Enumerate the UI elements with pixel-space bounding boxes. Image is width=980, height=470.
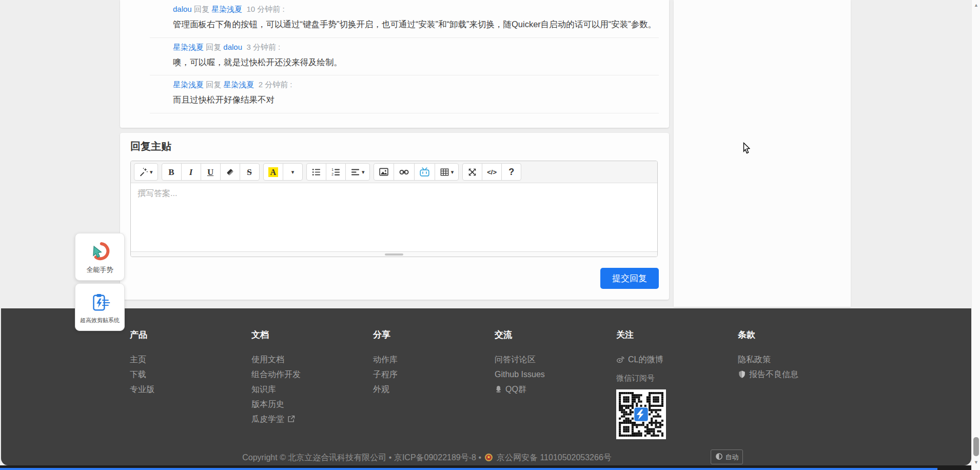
wechat-qr-code bbox=[616, 389, 666, 439]
submit-reply-button[interactable]: 提交回复 bbox=[600, 268, 659, 289]
theme-toggle-label: 自动 bbox=[726, 453, 739, 462]
code-view-button[interactable]: </> bbox=[482, 163, 502, 181]
footer-link[interactable]: 主页 bbox=[130, 352, 146, 367]
quicker-action-card[interactable]: 超高效剪贴系统 bbox=[75, 283, 125, 331]
comments-card: dalou 回复 星染浅夏 10 分钟前 :管理面板右下角的按钮，可以通过“键盘… bbox=[120, 0, 669, 128]
scrollbar-thumb[interactable] bbox=[973, 437, 979, 456]
psb-link[interactable]: 京公网安备 11010502053266号 bbox=[497, 453, 612, 462]
comment-meta: 星染浅夏 回复 dalou 3 分钟前 : bbox=[173, 42, 659, 53]
footer-link[interactable]: 组合动作开发 bbox=[251, 367, 301, 382]
reply-word: 回复 bbox=[206, 43, 221, 51]
page: dalou 回复 星染浅夏 10 分钟前 :管理面板右下角的按钮，可以通过“键盘… bbox=[0, 0, 980, 470]
footer-column: 分享动作库子程序外观 bbox=[373, 329, 495, 439]
font-color-button[interactable]: A bbox=[263, 163, 284, 181]
unordered-list-button[interactable] bbox=[306, 163, 326, 181]
reply-word: 回复 bbox=[194, 5, 209, 13]
separator: • bbox=[389, 453, 392, 462]
editor-placeholder: 撰写答案... bbox=[138, 189, 177, 198]
comment-author-link[interactable]: 星染浅夏 bbox=[173, 80, 204, 89]
copyright-company: Copyright © 北京立迩合讯科技有限公司 bbox=[242, 453, 386, 462]
footer-link[interactable]: 知识库 bbox=[251, 382, 276, 397]
insert-image-button[interactable] bbox=[374, 163, 394, 181]
comment-target-link[interactable]: 星染浅夏 bbox=[223, 80, 254, 89]
footer-link[interactable]: 版本历史 bbox=[251, 397, 284, 412]
footer-column-title: 产品 bbox=[130, 329, 251, 341]
footer-link[interactable]: 下载 bbox=[130, 367, 146, 382]
svg-text:2: 2 bbox=[331, 172, 334, 175]
editor-content-area[interactable]: 撰写答案... bbox=[131, 183, 657, 251]
italic-icon: I bbox=[189, 168, 193, 177]
footer-column-title: 关注 bbox=[616, 329, 738, 341]
footer-link[interactable]: QQ群 bbox=[495, 382, 526, 397]
police-emblem-icon bbox=[484, 455, 493, 463]
help-icon: ? bbox=[508, 167, 514, 178]
footer-link[interactable]: 隐私政策 bbox=[738, 352, 771, 367]
underline-button[interactable]: U bbox=[201, 163, 221, 181]
comment-target-link[interactable]: 星染浅夏 bbox=[211, 5, 242, 13]
toolbar-button-group: </>? bbox=[462, 163, 521, 181]
align-button[interactable]: ▾ bbox=[345, 163, 370, 181]
footer-link[interactable]: 子程序 bbox=[373, 367, 398, 382]
comment-author-link[interactable]: dalou bbox=[173, 5, 192, 13]
reply-word: 回复 bbox=[206, 80, 221, 89]
ordered-list-button[interactable]: 12 bbox=[326, 163, 346, 181]
comment-item: 星染浅夏 回复 dalou 3 分钟前 :噢，可以喔，就是过快松开还没来得及绘制… bbox=[150, 38, 659, 76]
comment-body: 噢，可以喔，就是过快松开还没来得及绘制。 bbox=[173, 55, 659, 70]
rich-text-editor: ▾BIUSA▾12▾▾</>? 撰写答案... bbox=[130, 161, 658, 257]
footer-link[interactable]: CL的微博 bbox=[616, 352, 663, 367]
caret-down-icon: ▾ bbox=[291, 169, 295, 175]
comment-meta: 星染浅夏 回复 星染浅夏 2 分钟前 : bbox=[173, 79, 659, 90]
quicker-action-card[interactable]: 全能手势 bbox=[75, 233, 125, 281]
insert-link-button[interactable] bbox=[394, 163, 415, 181]
comment-body: 管理面板右下角的按钮，可以通过“键盘手势”切换开启，也可通过“安装”和“卸载”来… bbox=[173, 17, 659, 32]
bold-button[interactable]: B bbox=[162, 163, 182, 181]
icp-link[interactable]: 京ICP备09022189号-8 bbox=[394, 453, 476, 462]
caret-down-icon: ▾ bbox=[451, 169, 454, 175]
remove-format-button[interactable] bbox=[220, 163, 240, 181]
comment-meta: dalou 回复 星染浅夏 10 分钟前 : bbox=[173, 4, 659, 15]
underline-icon: U bbox=[207, 168, 213, 177]
ul-icon bbox=[311, 167, 321, 177]
comment-author-link[interactable]: 星染浅夏 bbox=[173, 43, 204, 51]
footer-column: 交流问答讨论区Github IssuesQQ群 bbox=[495, 329, 616, 439]
widget-label: 超高效剪贴系统 bbox=[80, 317, 120, 323]
comment-item: 星染浅夏 回复 星染浅夏 2 分钟前 :而且过快松开好像结果不对 bbox=[150, 75, 659, 113]
comment-time: 2 分钟前 : bbox=[254, 80, 292, 89]
footer-link[interactable]: 瓜皮学堂 bbox=[251, 412, 295, 426]
eraser-icon bbox=[225, 167, 234, 177]
half-moon-icon bbox=[715, 453, 723, 462]
fullscreen-button[interactable] bbox=[462, 163, 482, 181]
style-magic-button[interactable]: ▾ bbox=[134, 163, 158, 181]
toolbar-button-group: ▾ bbox=[374, 163, 459, 181]
help-button[interactable]: ? bbox=[501, 163, 521, 181]
insert-video-button[interactable] bbox=[414, 163, 435, 181]
scrollbar-up-arrow-icon[interactable]: ▲ bbox=[972, 2, 980, 9]
footer-link[interactable]: 外观 bbox=[373, 382, 389, 397]
footer-columns: 产品主页下载专业版文档使用文档组合动作开发知识库版本历史瓜皮学堂分享动作库子程序… bbox=[130, 329, 859, 439]
scrollbar-down-arrow-icon[interactable]: ▼ bbox=[972, 459, 980, 466]
strikethrough-icon: S bbox=[247, 168, 251, 177]
footer-link[interactable]: 专业版 bbox=[130, 382, 154, 397]
reply-title: 回复主贴 bbox=[130, 140, 659, 153]
comment-time: 3 分钟前 : bbox=[242, 43, 280, 51]
comment-target-link[interactable]: dalou bbox=[223, 43, 242, 51]
site-footer: 产品主页下载专业版文档使用文档组合动作开发知识库版本历史瓜皮学堂分享动作库子程序… bbox=[1, 308, 971, 465]
footer-link[interactable]: 动作库 bbox=[373, 352, 398, 367]
strikethrough-button[interactable]: S bbox=[240, 163, 260, 181]
footer-link[interactable]: 使用文档 bbox=[251, 352, 284, 367]
magic-icon bbox=[139, 167, 148, 177]
footer-link[interactable]: 问答讨论区 bbox=[495, 352, 536, 367]
editor-resize-handle[interactable] bbox=[131, 251, 657, 257]
toolbar-button-group: 12▾ bbox=[306, 163, 370, 181]
theme-toggle-button[interactable]: 自动 bbox=[711, 449, 743, 464]
footer-link[interactable]: 报告不良信息 bbox=[738, 367, 798, 382]
comment-time: 10 分钟前 : bbox=[242, 5, 285, 13]
font-color-icon: A bbox=[268, 167, 279, 177]
insert-table-button[interactable]: ▾ bbox=[435, 163, 459, 181]
vertical-scrollbar[interactable]: ▲ ▼ bbox=[971, 0, 980, 470]
italic-button[interactable]: I bbox=[181, 163, 201, 181]
font-color-picker-button[interactable]: ▾ bbox=[283, 163, 303, 181]
footer-column: 关注CL的微博微信订阅号 bbox=[616, 329, 738, 439]
ol-icon: 12 bbox=[331, 167, 341, 177]
footer-link[interactable]: Github Issues bbox=[495, 367, 545, 382]
